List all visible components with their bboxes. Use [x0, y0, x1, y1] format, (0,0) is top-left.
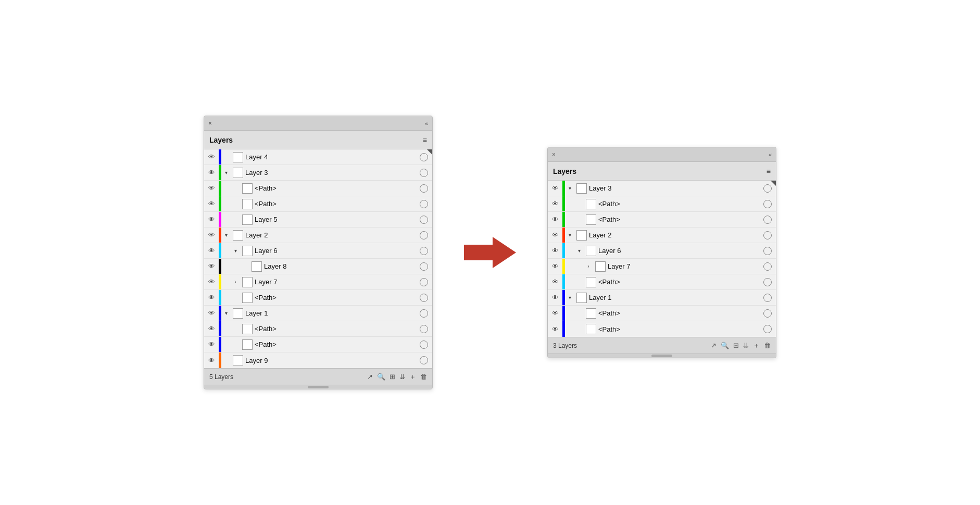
- target-circle-icon[interactable]: [420, 169, 428, 177]
- eye-icon[interactable]: 👁: [548, 325, 562, 333]
- eye-icon[interactable]: 👁: [548, 247, 562, 255]
- eye-icon[interactable]: 👁: [204, 247, 219, 255]
- layer-row[interactable]: 👁▾<Path>: [548, 306, 776, 321]
- target-circle-icon[interactable]: [420, 340, 428, 349]
- eye-icon[interactable]: 👁: [204, 340, 219, 348]
- eye-icon[interactable]: 👁: [548, 184, 562, 192]
- eye-icon[interactable]: 👁: [204, 169, 219, 176]
- left-export-icon[interactable]: ↗: [367, 373, 373, 381]
- layer-row[interactable]: 👁▾<Path>: [204, 290, 432, 306]
- layer-row[interactable]: 👁▾<Path>: [204, 321, 432, 337]
- target-circle-icon[interactable]: [763, 200, 772, 208]
- left-scrollbar[interactable]: [204, 385, 432, 389]
- collapse-icon[interactable]: «: [425, 120, 428, 127]
- eye-icon[interactable]: 👁: [204, 325, 219, 333]
- eye-icon[interactable]: 👁: [204, 231, 219, 239]
- target-circle-icon[interactable]: [763, 294, 772, 302]
- layer-row[interactable]: 👁▾Layer 2: [548, 228, 776, 243]
- target-circle-icon[interactable]: [763, 309, 772, 318]
- eye-icon[interactable]: 👁: [548, 294, 562, 301]
- layer-row[interactable]: 👁▾Layer 3: [548, 181, 776, 196]
- left-merge-icon[interactable]: ⇊: [399, 373, 405, 381]
- target-circle-icon[interactable]: [420, 216, 428, 224]
- layer-row[interactable]: 👁▾Layer 8: [204, 259, 432, 274]
- layer-row[interactable]: 👁▾Layer 1: [548, 290, 776, 306]
- target-circle-icon[interactable]: [420, 309, 428, 318]
- layer-row[interactable]: 👁▾Layer 2: [204, 228, 432, 243]
- layer-row[interactable]: 👁▾Layer 6: [548, 243, 776, 259]
- target-circle-icon[interactable]: [420, 325, 428, 333]
- left-search-icon[interactable]: 🔍: [377, 373, 385, 381]
- right-clip-icon[interactable]: ⊞: [733, 342, 739, 349]
- layer-row[interactable]: 👁▾<Path>: [548, 196, 776, 212]
- eye-icon[interactable]: 👁: [204, 200, 219, 208]
- eye-icon[interactable]: 👁: [204, 153, 219, 161]
- chevron-icon[interactable]: ›: [231, 279, 240, 285]
- layer-row[interactable]: 👁▾Layer 5: [204, 212, 432, 228]
- layer-row[interactable]: 👁▾<Path>: [548, 212, 776, 228]
- eye-icon[interactable]: 👁: [548, 200, 562, 208]
- eye-icon[interactable]: 👁: [204, 294, 219, 301]
- eye-icon[interactable]: 👁: [204, 309, 219, 317]
- right-new-icon[interactable]: ＋: [753, 341, 760, 350]
- layer-row[interactable]: 👁▾Layer 6: [204, 243, 432, 259]
- right-export-icon[interactable]: ↗: [711, 342, 717, 349]
- chevron-icon[interactable]: ▾: [565, 185, 574, 191]
- eye-icon[interactable]: 👁: [204, 357, 219, 364]
- chevron-icon[interactable]: ▾: [574, 248, 584, 254]
- left-clip-icon[interactable]: ⊞: [390, 373, 395, 381]
- eye-icon[interactable]: 👁: [548, 278, 562, 286]
- chevron-icon[interactable]: ▾: [221, 232, 231, 238]
- target-circle-icon[interactable]: [420, 184, 428, 193]
- target-circle-icon[interactable]: [763, 262, 772, 271]
- layer-row[interactable]: 👁▾Layer 4: [204, 149, 432, 165]
- left-new-icon[interactable]: ＋: [409, 372, 416, 382]
- chevron-icon[interactable]: ▾: [221, 310, 231, 316]
- target-circle-icon[interactable]: [420, 247, 428, 255]
- eye-icon[interactable]: 👁: [548, 216, 562, 223]
- target-circle-icon[interactable]: [763, 247, 772, 255]
- eye-icon[interactable]: 👁: [548, 262, 562, 270]
- target-circle-icon[interactable]: [420, 294, 428, 302]
- layer-row[interactable]: 👁▾Layer 3: [204, 165, 432, 181]
- layer-row[interactable]: 👁▾<Path>: [548, 274, 776, 290]
- chevron-icon[interactable]: ▾: [565, 232, 574, 238]
- target-circle-icon[interactable]: [763, 325, 772, 333]
- right-menu-icon[interactable]: ≡: [767, 167, 771, 175]
- right-merge-icon[interactable]: ⇊: [743, 342, 749, 349]
- left-menu-icon[interactable]: ≡: [423, 136, 427, 144]
- right-collapse-icon[interactable]: «: [769, 152, 772, 158]
- layer-row[interactable]: 👁▾Layer 9: [204, 352, 432, 368]
- chevron-icon[interactable]: ▾: [231, 248, 240, 254]
- right-scrollbar[interactable]: [548, 354, 776, 358]
- eye-icon[interactable]: 👁: [204, 262, 219, 270]
- eye-icon[interactable]: 👁: [548, 309, 562, 317]
- target-circle-icon[interactable]: [420, 356, 428, 364]
- layer-row[interactable]: 👁▾<Path>: [204, 196, 432, 212]
- eye-icon[interactable]: 👁: [204, 184, 219, 192]
- target-circle-icon[interactable]: [763, 231, 772, 239]
- layer-row[interactable]: 👁▾<Path>: [548, 321, 776, 337]
- right-delete-icon[interactable]: 🗑: [764, 342, 771, 349]
- target-circle-icon[interactable]: [763, 216, 772, 224]
- layer-row[interactable]: 👁›Layer 7: [204, 274, 432, 290]
- eye-icon[interactable]: 👁: [204, 216, 219, 223]
- eye-icon[interactable]: 👁: [204, 278, 219, 286]
- layer-row[interactable]: 👁▾Layer 1: [204, 306, 432, 321]
- eye-icon[interactable]: 👁: [548, 231, 562, 239]
- layer-row[interactable]: 👁▾<Path>: [204, 181, 432, 196]
- chevron-icon[interactable]: ▾: [565, 295, 574, 300]
- left-delete-icon[interactable]: 🗑: [420, 373, 427, 381]
- close-icon[interactable]: ×: [208, 120, 212, 127]
- target-circle-icon[interactable]: [763, 278, 772, 286]
- target-circle-icon[interactable]: [420, 231, 428, 239]
- chevron-icon[interactable]: ▾: [221, 170, 231, 175]
- layer-row[interactable]: 👁▾<Path>: [204, 337, 432, 352]
- layer-row[interactable]: 👁›Layer 7: [548, 259, 776, 274]
- right-search-icon[interactable]: 🔍: [721, 342, 729, 349]
- target-circle-icon[interactable]: [420, 278, 428, 286]
- target-circle-icon[interactable]: [420, 200, 428, 208]
- chevron-icon[interactable]: ›: [584, 263, 593, 269]
- target-circle-icon[interactable]: [420, 262, 428, 271]
- right-close-icon[interactable]: ×: [552, 151, 556, 158]
